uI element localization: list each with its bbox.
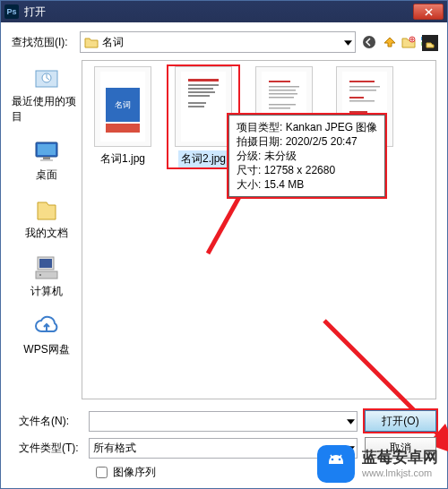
sidebar-label: 计算机	[30, 284, 63, 299]
open-button[interactable]: 打开(O)	[365, 410, 436, 432]
new-folder-button[interactable]	[401, 34, 417, 50]
svg-rect-38	[349, 86, 380, 88]
desktop-icon	[32, 137, 61, 166]
file-name: 名词2.jpg	[178, 150, 228, 167]
svg-rect-39	[349, 90, 376, 91]
svg-rect-24	[188, 91, 215, 93]
svg-rect-21	[188, 79, 219, 82]
svg-rect-35	[269, 107, 290, 109]
file-thumbnail: 名词	[94, 66, 151, 147]
file-thumbnail	[175, 66, 232, 147]
svg-rect-27	[188, 106, 204, 107]
svg-rect-41	[349, 100, 375, 102]
svg-point-15	[39, 274, 41, 276]
folder-icon	[84, 36, 99, 48]
svg-point-0	[363, 36, 375, 48]
dialog-title: 打开	[24, 4, 413, 20]
filetype-value: 所有格式	[93, 441, 136, 456]
svg-rect-14	[36, 271, 57, 279]
lookin-value: 名词	[102, 35, 124, 50]
places-sidebar: 最近使用的项目 桌面 我的文档 计算机 WPS网盘	[12, 60, 82, 399]
open-dialog: Ps 打开 查找范围(I): 名词	[0, 0, 448, 489]
file-name: 名词1.jpg	[98, 150, 148, 167]
sidebar-label: 桌面	[36, 167, 57, 183]
sidebar-item-documents[interactable]: 我的文档	[25, 195, 68, 241]
up-button[interactable]	[381, 34, 397, 50]
svg-rect-22	[188, 84, 219, 86]
sidebar-label: 我的文档	[25, 226, 68, 241]
dropdown-icon	[347, 415, 355, 427]
android-icon	[317, 445, 355, 483]
svg-rect-10	[43, 157, 50, 159]
back-button[interactable]	[361, 34, 377, 50]
filename-combo[interactable]	[89, 411, 358, 432]
tooltip-rating: 分级: 未分级	[237, 149, 377, 163]
svg-rect-31	[269, 90, 296, 91]
close-icon	[425, 8, 433, 16]
svg-rect-40	[349, 97, 364, 99]
svg-point-47	[339, 459, 341, 461]
image-sequence-label: 图像序列	[113, 466, 156, 478]
sidebar-item-desktop[interactable]: 桌面	[32, 137, 61, 183]
pin-button[interactable]	[422, 35, 438, 51]
svg-rect-11	[40, 159, 53, 161]
tooltip-size: 大小: 15.4 MB	[237, 177, 377, 192]
tooltip-dimensions: 尺寸: 12758 x 22680	[237, 163, 377, 177]
sidebar-item-wps[interactable]: WPS网盘	[23, 312, 69, 357]
sidebar-item-computer[interactable]: 计算机	[30, 253, 63, 299]
svg-rect-33	[269, 97, 294, 99]
tooltip-date: 拍摄日期: 2020/2/5 20:47	[237, 134, 377, 149]
sidebar-item-recent[interactable]: 最近使用的项目	[12, 64, 82, 124]
svg-rect-19	[106, 124, 140, 133]
watermark: 蓝莓安卓网 www.lmkjst.com	[317, 445, 438, 483]
cloud-icon	[32, 312, 61, 340]
watermark-url: www.lmkjst.com	[362, 468, 438, 478]
filename-label: 文件名(N):	[12, 414, 82, 429]
svg-rect-23	[188, 88, 213, 90]
svg-rect-9	[38, 144, 56, 155]
file-list-area[interactable]: 名词 名词1.jpg 名词2.jpg	[82, 60, 436, 399]
svg-text:名词: 名词	[115, 100, 131, 109]
svg-rect-13	[39, 259, 52, 268]
svg-rect-30	[269, 86, 299, 88]
svg-rect-29	[269, 81, 290, 82]
file-tooltip: 项目类型: Kankan JPEG 图像 拍摄日期: 2020/2/5 20:4…	[228, 115, 385, 197]
tooltip-type: 项目类型: Kankan JPEG 图像	[237, 120, 377, 134]
svg-rect-25	[188, 95, 210, 97]
pin-icon	[425, 38, 435, 48]
svg-rect-37	[349, 81, 375, 82]
image-sequence-checkbox[interactable]	[96, 467, 108, 478]
dropdown-icon	[344, 36, 352, 48]
sidebar-label: 最近使用的项目	[12, 94, 82, 124]
svg-rect-42	[349, 111, 367, 113]
watermark-title: 蓝莓安卓网	[362, 450, 438, 467]
file-item[interactable]: 名词 名词1.jpg	[88, 66, 158, 167]
recent-icon	[32, 64, 61, 92]
svg-rect-32	[269, 93, 297, 95]
sidebar-label: WPS网盘	[23, 342, 69, 357]
computer-icon	[32, 253, 61, 282]
lookin-label: 查找范围(I):	[12, 35, 74, 50]
filetype-label: 文件类型(T):	[12, 441, 82, 456]
svg-point-46	[332, 459, 334, 461]
svg-rect-34	[269, 104, 296, 106]
photoshop-icon: Ps	[4, 4, 19, 19]
lookin-combo[interactable]: 名词	[80, 31, 356, 53]
close-button[interactable]	[413, 4, 444, 20]
svg-rect-26	[188, 102, 206, 104]
title-bar: Ps 打开	[1, 1, 447, 22]
documents-icon	[32, 195, 61, 224]
